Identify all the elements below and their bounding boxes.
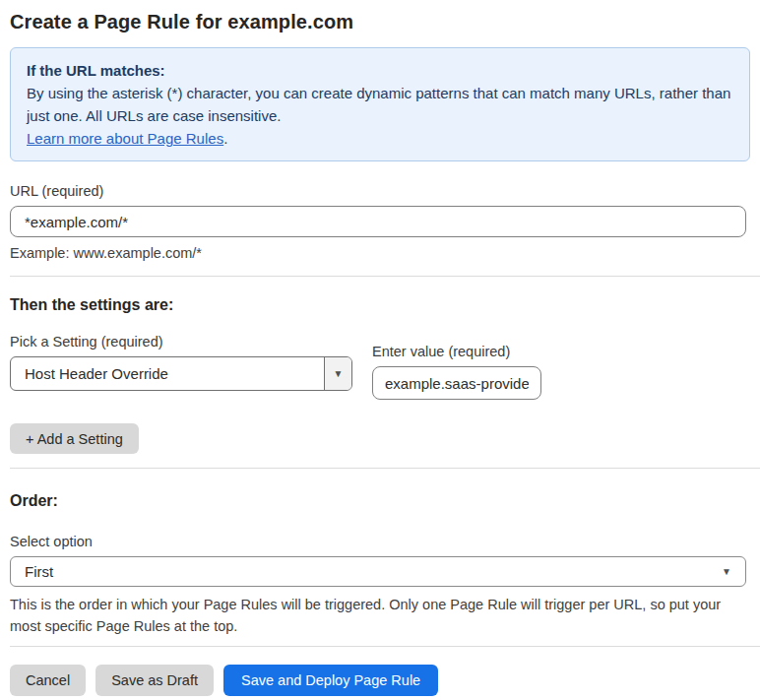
order-select[interactable]: First ▼ <box>10 556 746 587</box>
url-match-info-box: If the URL matches: By using the asteris… <box>10 47 750 161</box>
order-select-value: First <box>25 563 53 580</box>
info-box-heading: If the URL matches: <box>27 59 733 82</box>
divider <box>10 468 760 469</box>
chevron-down-icon: ▼ <box>334 369 344 379</box>
save-as-draft-button[interactable]: Save as Draft <box>95 665 214 696</box>
setting-dropdown-value: Host Header Override <box>11 357 324 390</box>
setting-value-input[interactable] <box>372 366 541 400</box>
setting-value-column: Enter value (required) <box>372 342 541 400</box>
cancel-button[interactable]: Cancel <box>10 665 86 696</box>
order-help-text: This is the order in which your Page Rul… <box>10 594 750 637</box>
order-section-heading: Order: <box>10 490 750 512</box>
page-title: Create a Page Rule for example.com <box>10 8 750 35</box>
divider <box>10 646 760 647</box>
info-box-link-line: Learn more about Page Rules. <box>27 127 733 150</box>
chevron-down-icon: ▼ <box>722 567 731 577</box>
page-rule-form: Create a Page Rule for example.com If th… <box>0 0 760 696</box>
setting-picker-column: Pick a Setting (required) Host Header Ov… <box>10 332 352 400</box>
save-and-deploy-button[interactable]: Save and Deploy Page Rule <box>223 665 438 696</box>
setting-dropdown[interactable]: Host Header Override ▼ <box>10 356 352 391</box>
add-setting-button[interactable]: + Add a Setting <box>10 423 139 454</box>
footer-actions: Cancel Save as Draft Save and Deploy Pag… <box>10 665 750 696</box>
url-field-label: URL (required) <box>10 181 750 201</box>
link-suffix: . <box>223 130 227 147</box>
setting-value-label: Enter value (required) <box>372 342 541 361</box>
setting-dropdown-arrow-segment[interactable]: ▼ <box>324 357 351 390</box>
learn-more-link[interactable]: Learn more about Page Rules <box>27 130 223 147</box>
url-example-text: Example: www.example.com/* <box>10 243 750 263</box>
settings-section-heading: Then the settings are: <box>10 294 750 316</box>
order-select-label: Select option <box>10 532 750 551</box>
setting-picker-label: Pick a Setting (required) <box>10 332 352 351</box>
settings-row: Pick a Setting (required) Host Header Ov… <box>10 332 750 400</box>
info-box-body: By using the asterisk (*) character, you… <box>27 82 733 127</box>
url-input[interactable] <box>10 206 746 237</box>
divider <box>10 276 760 277</box>
